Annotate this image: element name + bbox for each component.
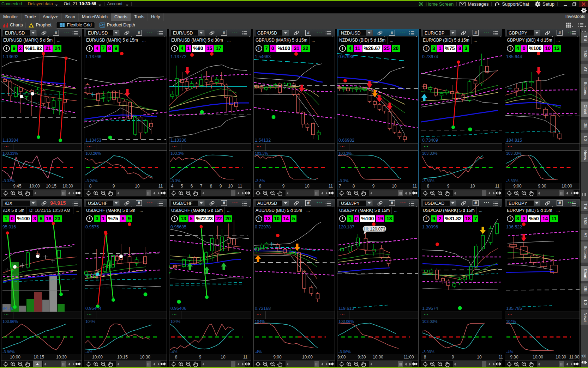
svg-text:Hi: 120.073: Hi: 120.073 [364, 227, 385, 232]
